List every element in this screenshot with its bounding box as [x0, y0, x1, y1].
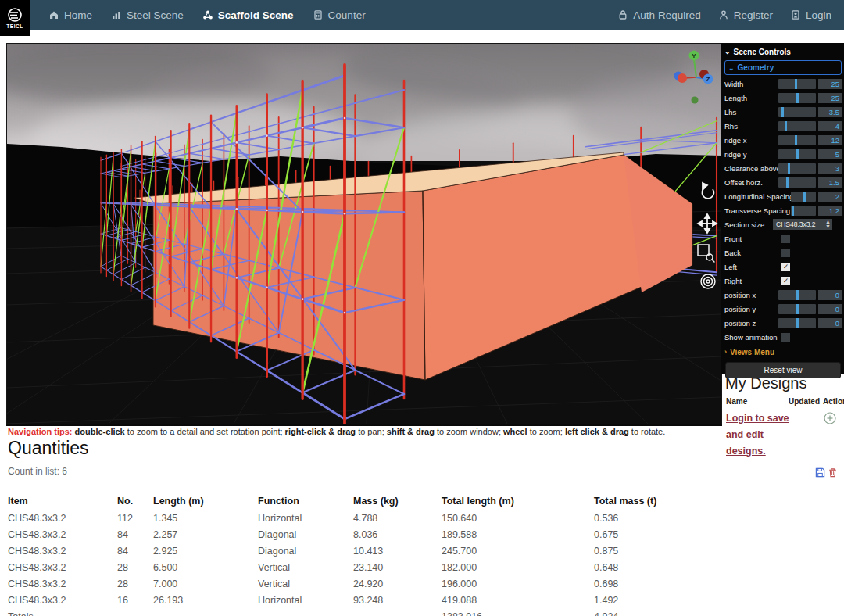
nav-right-items: Auth RequiredRegisterLogin: [617, 9, 844, 21]
nav-item-login[interactable]: Login: [790, 9, 831, 21]
table-cell: 245.700: [442, 546, 594, 557]
quantities-section: Quantities Count in list: 6 ItemNo.Lengt…: [8, 438, 836, 616]
table-cell: 26.193: [153, 595, 258, 606]
slider-value: 1.2: [818, 206, 842, 216]
scene-controls-header[interactable]: ⌄Scene Controls: [724, 45, 842, 59]
table-cell: Horizontal: [258, 513, 353, 524]
slider-width[interactable]: [778, 79, 816, 89]
table-cell: 189.588: [442, 529, 594, 540]
slider-label: position z: [724, 319, 778, 328]
tip-segment: to zoom window;: [435, 427, 503, 436]
slider-thumb[interactable]: [796, 149, 799, 159]
slider-label: Offset horz.: [724, 178, 778, 187]
checkbox-row-front: Front: [724, 231, 842, 245]
slider-label: Clearance above: [724, 164, 778, 173]
nav-item-steel-scene[interactable]: Steel Scene: [111, 9, 184, 21]
slider-position-z[interactable]: [778, 318, 816, 328]
checkbox-show-animation[interactable]: [781, 333, 790, 342]
slider-thumb[interactable]: [786, 177, 789, 188]
slider-thumb[interactable]: [796, 290, 799, 300]
checkbox-front[interactable]: [781, 235, 790, 243]
slider-lhs[interactable]: [778, 107, 816, 117]
slider-value: 0: [818, 290, 842, 300]
slider-ridge-x[interactable]: [778, 135, 816, 145]
add-design-icon[interactable]: [824, 412, 836, 428]
table-cell: CHS48.3x3.2: [8, 578, 117, 589]
scaffold-3d-scene: YZ: [7, 44, 721, 424]
slider-offset-horz-[interactable]: [778, 177, 816, 188]
section-size-select[interactable]: CHS48.3x3.2▲▼: [773, 219, 832, 230]
slider-thumb[interactable]: [796, 304, 799, 314]
table-cell: 196.000: [442, 578, 594, 589]
table-row: CHS48.3x3.21626.193Horizontal93.248419.0…: [8, 592, 836, 608]
table-cell: Diagonal: [258, 529, 353, 540]
designs-col-updated: Updated: [789, 397, 823, 406]
top-navbar: TEICL HomeSteel SceneScaffold SceneCount…: [0, 0, 844, 30]
table-cell: 10.413: [353, 546, 442, 557]
slider-thumb[interactable]: [785, 121, 787, 131]
login-icon: [790, 9, 801, 20]
checkbox-back[interactable]: [781, 249, 790, 257]
nav-item-counter[interactable]: Counter: [313, 9, 366, 21]
brand-logo[interactable]: TEICL: [0, 0, 30, 36]
slider-row-ridge-y: ridge y5: [724, 147, 842, 161]
nav-item-scaffold-scene[interactable]: Scaffold Scene: [202, 9, 294, 21]
designs-col-name: Name: [726, 397, 789, 406]
slider-row-length: Length25: [724, 91, 842, 105]
slider-thumb[interactable]: [796, 318, 799, 328]
table-cell: 23.140: [353, 562, 442, 573]
slider-thumb[interactable]: [792, 206, 794, 216]
table-cell: CHS48.3x3.2: [8, 529, 117, 540]
table-cell: 28: [117, 578, 153, 589]
table-cell: CHS48.3x3.2: [8, 562, 117, 573]
slider-position-x[interactable]: [778, 290, 816, 300]
slider-ridge-y[interactable]: [778, 149, 816, 159]
nav-item-home[interactable]: Home: [48, 9, 92, 21]
slider-rhs[interactable]: [778, 121, 816, 131]
table-cell: CHS48.3x3.2: [8, 513, 117, 524]
slider-row-position-z: position z0: [724, 316, 842, 330]
table-cell: Vertical: [258, 578, 353, 589]
slider-thumb[interactable]: [781, 107, 784, 117]
slider-row-rhs: Rhs4: [724, 119, 842, 133]
nav-item-auth-required[interactable]: Auth Required: [617, 9, 700, 21]
3d-viewport-canvas[interactable]: YZ: [6, 43, 722, 426]
checkbox-left[interactable]: ✓: [781, 263, 790, 271]
slider-row-position-x: position x0: [724, 288, 842, 302]
slider-label: ridge y: [724, 150, 778, 159]
axis-z-label: Z: [706, 76, 710, 83]
checkbox-right[interactable]: ✓: [781, 277, 790, 285]
slider-row-transverse-spacing-m-: Transverse Spacing (m)1.2: [724, 203, 842, 217]
geometry-group-header[interactable]: ⌄Geometry: [724, 60, 842, 75]
tip-segment: to rotate.: [629, 427, 665, 436]
home-icon: [48, 9, 59, 20]
slider-clearance-above[interactable]: [778, 163, 816, 174]
slider-thumb[interactable]: [795, 79, 797, 89]
tip-segment: wheel: [503, 427, 528, 436]
slider-label: Transverse Spacing (m): [724, 206, 791, 215]
table-cell: 1383.016: [442, 611, 594, 616]
slider-thumb[interactable]: [795, 135, 797, 145]
slider-thumb[interactable]: [788, 163, 790, 174]
scene-controls-panel: ⌄Scene Controls⌄GeometryWidth25Length25L…: [721, 43, 844, 374]
tips-prefix: Navigation tips:: [8, 427, 75, 436]
slider-value: 0: [818, 304, 842, 314]
select-arrows-icon: ▲▼: [825, 220, 831, 229]
table-cell: CHS48.3x3.2: [8, 595, 117, 606]
slider-thumb[interactable]: [803, 192, 806, 202]
slider-transverse-spacing-m-[interactable]: [791, 206, 816, 216]
designs-col-actions: Actions: [823, 397, 844, 406]
section-size-label: Section size: [724, 220, 773, 229]
table-cell: 7.000: [153, 578, 258, 589]
table-cell: 84: [117, 546, 153, 557]
views-menu-header[interactable]: ›Views Menu: [724, 344, 842, 360]
slider-thumb[interactable]: [796, 93, 799, 103]
slider-position-y[interactable]: [778, 304, 816, 314]
slider-row-position-y: position y0: [724, 302, 842, 316]
table-cell: CHS48.3x3.2: [8, 546, 117, 557]
slider-row-lhs: Lhs3.5: [724, 105, 842, 119]
table-cell: 6.500: [153, 562, 258, 573]
slider-length[interactable]: [778, 93, 816, 103]
slider-longitudinal-spacing-m-[interactable]: [791, 192, 816, 202]
nav-item-register[interactable]: Register: [718, 9, 773, 21]
